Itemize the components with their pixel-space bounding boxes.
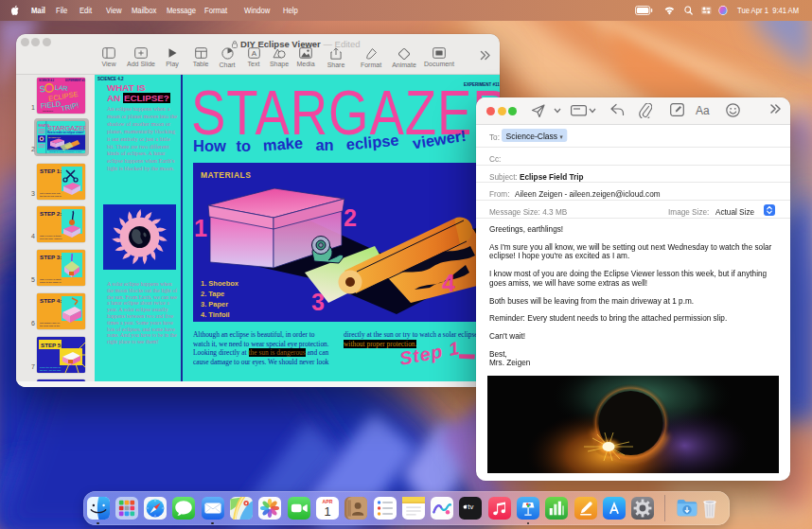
svg-text:MATERIALS: MATERIALS bbox=[201, 170, 251, 180]
svg-text:paper to the inside of: paper to the inside of bbox=[40, 281, 62, 284]
svg-text:Mrs.Zeigen: Mrs.Zeigen bbox=[43, 110, 54, 112]
svg-text:3: 3 bbox=[311, 289, 325, 315]
svg-text:How to make an eclipse viewer!: How to make an eclipse viewer! bbox=[47, 131, 84, 134]
svg-text:4: 4 bbox=[442, 270, 455, 296]
svg-text:tv: tv bbox=[468, 503, 474, 511]
svg-text:the box. You are now: the box. You are now bbox=[40, 369, 62, 372]
svg-text:4. Tinfoil: 4. Tinfoil bbox=[201, 310, 230, 319]
svg-text:STEP 1:: STEP 1: bbox=[40, 168, 62, 174]
svg-text:STEP 3:: STEP 3: bbox=[40, 254, 62, 260]
svg-text:the top on one end of: the top on one end of bbox=[40, 195, 62, 198]
svg-text:the large side of the: the large side of the bbox=[40, 325, 61, 327]
svg-text:STEP 4:: STEP 4: bbox=[40, 297, 62, 304]
svg-text:2. Tape: 2. Tape bbox=[201, 290, 224, 298]
svg-text:EXPERIMENT #11: EXPERIMENT #11 bbox=[65, 79, 85, 82]
svg-text:2: 2 bbox=[344, 204, 357, 231]
svg-text:3. Paper: 3. Paper bbox=[201, 300, 228, 309]
svg-text:MATERIALS: MATERIALS bbox=[48, 136, 61, 138]
svg-text:SCIENCE 4.2: SCIENCE 4.2 bbox=[39, 79, 54, 82]
svg-text:over the hole. Using a: over the hole. Using a bbox=[40, 238, 62, 240]
svg-text:1: 1 bbox=[194, 215, 207, 241]
svg-text:A: A bbox=[251, 49, 256, 58]
svg-text:1.Shoebox: 1.Shoebox bbox=[48, 148, 59, 150]
svg-text:1. Shoebox: 1. Shoebox bbox=[201, 279, 239, 288]
svg-text:TRIP!: TRIP! bbox=[60, 100, 79, 113]
svg-text:STEP 5:: STEP 5: bbox=[41, 342, 62, 348]
svg-text:STEP 2:: STEP 2: bbox=[40, 210, 62, 217]
svg-text:1: 1 bbox=[324, 503, 330, 518]
